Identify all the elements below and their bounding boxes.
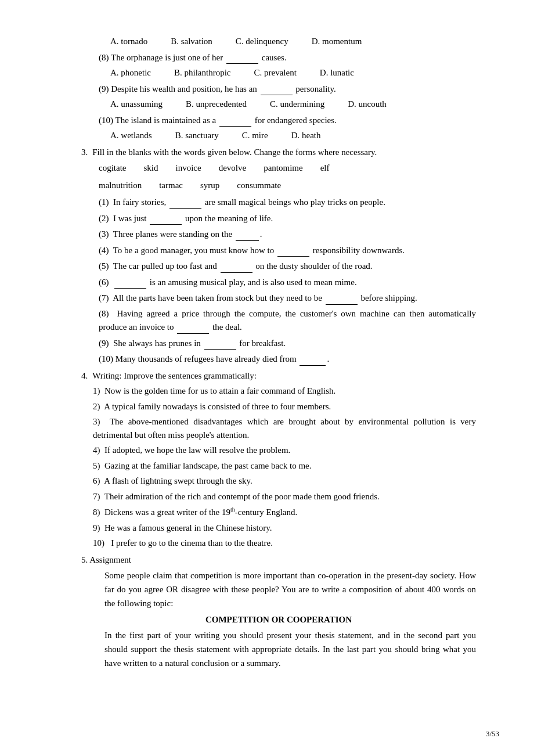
improve-3: 3) The above-mentioned disadvantages whi… bbox=[81, 415, 476, 441]
option-sanctuary: B. sanctuary bbox=[175, 129, 219, 142]
option-momentum: D. momentum bbox=[312, 35, 362, 48]
improve-10: 10) I prefer to go to the cinema than to… bbox=[81, 537, 476, 550]
fill-item-6: (6) is an amusing musical play, and is a… bbox=[81, 275, 476, 289]
fill-item-5: (5) The car pulled up too fast and on th… bbox=[81, 259, 476, 273]
assignment-para1: Some people claim that competition is mo… bbox=[81, 568, 476, 610]
improve-7: 7) Their admiration of the rich and cont… bbox=[81, 490, 476, 503]
fill-item-1: (1) In fairy stories, are small magical … bbox=[81, 195, 476, 209]
q9-sub-options: A. unassuming B. unprecedented C. underm… bbox=[81, 98, 476, 111]
section5-label: 5. Assignment bbox=[81, 553, 476, 567]
option-mire: C. mire bbox=[242, 129, 268, 142]
q10-text: (10) The island is maintained as a for e… bbox=[81, 113, 476, 127]
improve-4: 4) If adopted, we hope the law will reso… bbox=[81, 444, 476, 457]
assignment-para2: In the first part of your writing you sh… bbox=[81, 628, 476, 670]
q8-top-options: A. tornado B. salvation C. delinquency D… bbox=[81, 35, 476, 48]
word-list-2: malnutrition tarmac syrup consummate bbox=[81, 178, 476, 193]
fill-item-10: (10) Many thousands of refugees have alr… bbox=[81, 352, 476, 366]
fill-item-4: (4) To be a good manager, you must know … bbox=[81, 243, 476, 257]
improve-9: 9) He was a famous general in the Chines… bbox=[81, 521, 476, 535]
improve-5: 5) Gazing at the familiar landscape, the… bbox=[81, 459, 476, 473]
section4: 4.Writing: Improve the sentences grammat… bbox=[81, 369, 476, 550]
option-prevalent: C. prevalent bbox=[254, 66, 296, 80]
fill-item-9: (9) She always has prunes in for breakfa… bbox=[81, 336, 476, 350]
option-salvation: B. salvation bbox=[171, 35, 212, 48]
option-uncouth: D. uncouth bbox=[348, 98, 387, 111]
option-philanthropic: B. philanthropic bbox=[174, 66, 231, 80]
section3: 3.Fill in the blanks with the words give… bbox=[81, 146, 476, 366]
page-number: 3/53 bbox=[486, 729, 499, 739]
improve-8: 8) Dickens was a great writer of the 19t… bbox=[81, 505, 476, 519]
fill-item-7: (7) All the parts have been taken from s… bbox=[81, 291, 476, 305]
q10-blank bbox=[219, 113, 251, 127]
option-tornado: A. tornado bbox=[110, 35, 147, 48]
q8-sub-options: A. phonetic B. philanthropic C. prevalen… bbox=[81, 66, 476, 80]
option-unassuming: A. unassuming bbox=[110, 98, 163, 111]
section5: 5. Assignment Some people claim that com… bbox=[81, 553, 476, 671]
fill-item-2: (2) I was just upon the meaning of life. bbox=[81, 211, 476, 225]
fill-item-8: (8) Having agreed a price through the co… bbox=[81, 307, 476, 334]
option-phonetic: A. phonetic bbox=[110, 66, 151, 80]
improve-6: 6) A flash of lightning swept through th… bbox=[81, 474, 476, 488]
improve-2: 2) A typical family nowadays is consiste… bbox=[81, 400, 476, 413]
option-delinquency: C. delinquency bbox=[236, 35, 288, 48]
q9-blank bbox=[261, 82, 293, 96]
q9-text: (9) Despite his wealth and position, he … bbox=[81, 82, 476, 96]
option-unprecedented: B. unprecedented bbox=[186, 98, 247, 111]
q8-blank bbox=[226, 51, 258, 64]
q10-sub-options: A. wetlands B. sanctuary C. mire D. heat… bbox=[81, 129, 476, 142]
page: A. tornado B. salvation C. delinquency D… bbox=[0, 0, 534, 756]
q8-text: (8) The orphanage is just one of her cau… bbox=[81, 51, 476, 64]
section3-header: 3.Fill in the blanks with the words give… bbox=[81, 146, 476, 159]
content: A. tornado B. salvation C. delinquency D… bbox=[81, 35, 476, 670]
assignment-title: COMPETITION OR COOPERATION bbox=[81, 615, 476, 625]
fill-item-3: (3) Three planes were standing on the . bbox=[81, 227, 476, 241]
section4-header: 4.Writing: Improve the sentences grammat… bbox=[81, 369, 476, 383]
option-wetlands: A. wetlands bbox=[110, 129, 152, 142]
improve-1: 1) Now is the golden time for us to atta… bbox=[81, 384, 476, 398]
option-lunatic: D. lunatic bbox=[320, 66, 354, 80]
word-list: cogitate skid invoice devolve pantomime … bbox=[81, 161, 476, 176]
option-undermining: C. undermining bbox=[270, 98, 324, 111]
option-heath: D. heath bbox=[291, 129, 321, 142]
